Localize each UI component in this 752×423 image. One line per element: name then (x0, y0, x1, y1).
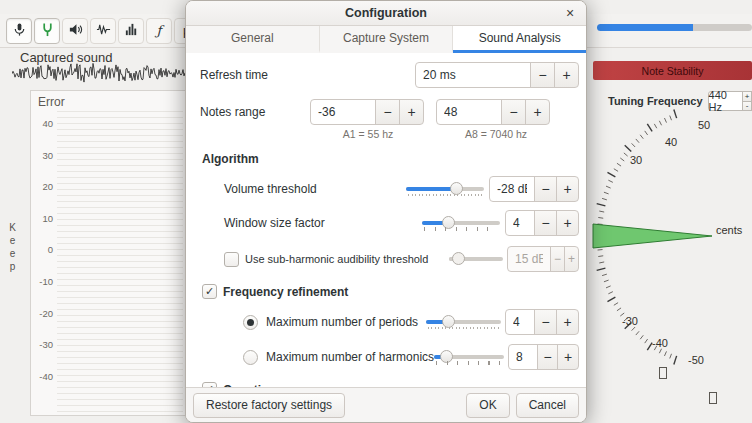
refresh-time-input[interactable] (415, 62, 531, 88)
error-axis-label: -30 (33, 339, 53, 350)
restore-factory-settings-button[interactable]: Restore factory settings (193, 393, 345, 418)
volume-threshold-row: Volume threshold − + (224, 176, 579, 202)
gauge-scale-label: 40 (665, 136, 677, 148)
window-size-label: Window size factor (224, 216, 422, 230)
volume-threshold-label: Volume threshold (224, 182, 406, 196)
harmonics-increase-button[interactable]: + (557, 344, 579, 370)
periods-label: Maximum number of periods (266, 315, 426, 329)
dialog-titlebar[interactable]: Configuration × (186, 1, 586, 26)
error-axis-label: 30 (33, 150, 53, 161)
tuner-button[interactable] (34, 18, 60, 44)
captured-sound-waveform (12, 57, 188, 89)
speaker-icon (68, 22, 83, 40)
notes-range-row: Notes range − + − + (200, 99, 579, 125)
dialog-action-bar: Restore factory settings OK Cancel (186, 387, 586, 422)
window-size-increase-button[interactable]: + (556, 210, 579, 236)
missing-glyph-box (659, 367, 667, 379)
periods-input[interactable] (505, 309, 535, 335)
periods-radio[interactable] (243, 315, 258, 330)
algorithm-section-label: Algorithm (202, 152, 259, 166)
refresh-time-increase-button[interactable]: + (554, 62, 579, 88)
subharmonic-decrease-button[interactable]: − (550, 246, 565, 272)
note-stability-label: Note Stability (642, 65, 704, 77)
error-axis-label: 20 (33, 181, 53, 192)
volume-threshold-slider[interactable] (406, 180, 484, 198)
speaker-button[interactable] (62, 18, 88, 44)
slider-handle[interactable] (452, 252, 465, 265)
subharmonic-increase-button[interactable]: + (564, 246, 579, 272)
notes-range-min-input[interactable] (310, 99, 376, 125)
frequency-refinement-checkbox[interactable] (202, 284, 217, 299)
error-axis-label: -20 (33, 308, 53, 319)
notes-range-max-increase-button[interactable]: + (525, 99, 550, 125)
dialog-tabs: General Capture System Sound Analysis (186, 26, 586, 54)
harmonics-row: Maximum number of harmonics − + (243, 344, 579, 370)
frequency-refinement-label: Frequency refinement (223, 285, 348, 299)
refresh-time-label: Refresh time (200, 68, 415, 82)
gauge-scale-label: 30 (630, 154, 642, 166)
error-axis-label: -10 (33, 276, 53, 287)
harmonics-radio[interactable] (243, 350, 258, 365)
window-size-slider[interactable] (422, 214, 500, 232)
keep-label: Keep (7, 222, 18, 274)
notes-range-min-decrease-button[interactable]: − (375, 99, 400, 125)
waveform-view-button[interactable] (90, 18, 116, 44)
slider-marks (428, 327, 499, 329)
notes-range-label: Notes range (200, 105, 310, 119)
notes-range-min-hint: A1 = 55 hz (310, 128, 426, 140)
slider-marks (408, 194, 482, 196)
gauge-needle (593, 224, 712, 248)
gauge-scale-label: -40 (652, 337, 668, 349)
slider-marks (436, 361, 502, 365)
slider-marks (424, 227, 498, 231)
subharmonic-label: Use sub-harmonic audibility threshold (245, 253, 449, 265)
tab-sound-analysis[interactable]: Sound Analysis (453, 26, 586, 53)
refresh-time-decrease-button[interactable]: − (530, 62, 555, 88)
notes-range-min-increase-button[interactable]: + (399, 99, 424, 125)
sound-analysis-panel: Refresh time − + Notes range − + − + A1 … (186, 53, 586, 387)
notes-range-max-input[interactable] (436, 99, 502, 125)
error-axis-label: 40 (33, 118, 53, 129)
spectrum-view-button[interactable] (118, 18, 144, 44)
window-size-input[interactable] (505, 210, 535, 236)
periods-row: Maximum number of periods − + (243, 309, 579, 335)
harmonics-label: Maximum number of harmonics (266, 350, 434, 364)
cancel-button[interactable]: Cancel (516, 393, 579, 418)
gauge-unit-label: cents (716, 224, 743, 236)
window-size-decrease-button[interactable]: − (534, 210, 557, 236)
function-icon: ƒ (157, 23, 162, 38)
error-grid (57, 111, 183, 412)
periods-increase-button[interactable]: + (556, 309, 579, 335)
window-size-row: Window size factor − + (224, 210, 579, 236)
volume-threshold-increase-button[interactable]: + (556, 176, 579, 202)
gain-slider[interactable] (597, 24, 752, 31)
notes-range-hints: A1 = 55 hz A8 = 7040 hz (310, 128, 579, 140)
tab-general[interactable]: General (186, 26, 320, 53)
subharmonic-slider[interactable] (449, 250, 503, 268)
volume-threshold-input[interactable] (489, 176, 535, 202)
periods-decrease-button[interactable]: − (534, 309, 557, 335)
periods-slider[interactable] (426, 313, 501, 331)
spectrum-bars-icon (124, 22, 139, 40)
microphone-icon (12, 22, 27, 40)
ok-button[interactable]: OK (466, 393, 509, 418)
frequency-function-button[interactable]: ƒ (146, 18, 172, 44)
microphone-button[interactable] (6, 18, 32, 44)
app-window: ƒ μ Captured sound Error 403020100-10-20… (0, 0, 752, 423)
subharmonic-input[interactable] (507, 246, 551, 272)
error-axis-label: 0 (33, 244, 53, 255)
harmonics-decrease-button[interactable]: − (537, 344, 559, 370)
notes-range-max-decrease-button[interactable]: − (501, 99, 526, 125)
harmonics-slider[interactable] (434, 348, 504, 366)
harmonics-input[interactable] (508, 344, 538, 370)
subharmonic-checkbox[interactable] (224, 252, 239, 267)
gauge-scale-label: -50 (688, 354, 704, 366)
tab-capture-system[interactable]: Capture System (320, 26, 454, 53)
missing-glyph-box (709, 392, 717, 404)
subharmonic-row: Use sub-harmonic audibility threshold − … (224, 246, 579, 272)
refresh-time-row: Refresh time − + (200, 62, 579, 88)
frequency-refinement-row: Frequency refinement (202, 284, 586, 299)
error-axis-label: 10 (33, 213, 53, 224)
close-icon[interactable]: × (560, 3, 580, 23)
volume-threshold-decrease-button[interactable]: − (534, 176, 557, 202)
